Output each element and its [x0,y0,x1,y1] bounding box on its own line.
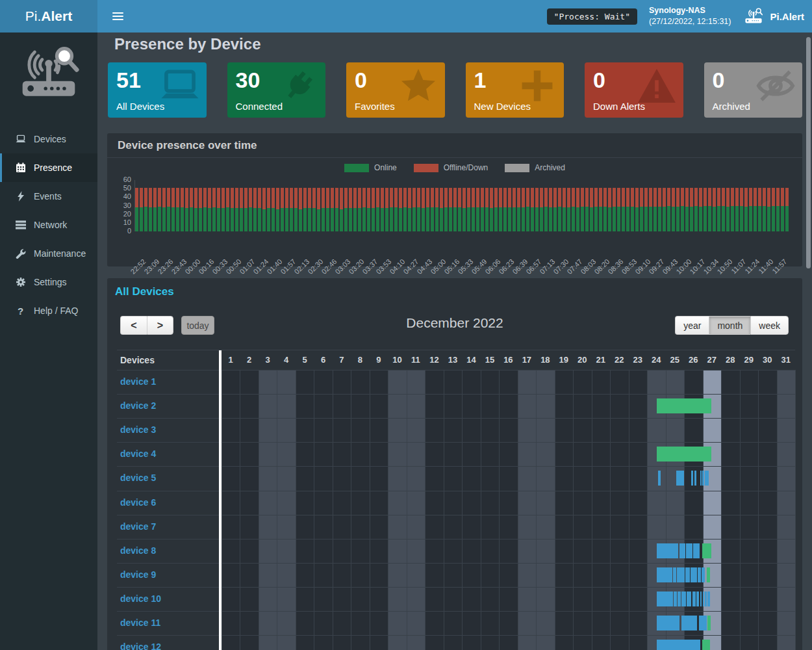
stacked-bar [153,188,157,231]
host-name: Synology-NAS [649,5,731,16]
stacked-bar [362,188,366,231]
stacked-bar [490,188,493,231]
stacked-bar [353,188,357,231]
presence-bar-session[interactable] [699,616,707,630]
stacked-bar [171,188,175,231]
presence-bar-session[interactable] [679,543,686,558]
card-label: Favorites [355,101,395,112]
device-link[interactable]: device 12 [120,642,161,650]
presence-bar-session[interactable] [700,471,702,486]
sidebar-item-network[interactable]: Network [0,211,97,239]
presence-bar-session[interactable] [685,567,690,582]
presence-bar-session[interactable] [681,592,686,606]
presence-bar-session[interactable] [705,471,709,486]
presence-bar-session[interactable] [678,592,681,606]
stacked-bar [472,188,475,231]
presence-bar-session[interactable] [657,543,679,558]
presence-bar-session[interactable] [681,616,697,630]
view-week-button[interactable]: week [750,316,789,335]
stacked-bar [785,188,789,231]
stacked-bar [704,188,707,231]
presence-bar-session[interactable] [703,592,705,606]
card-down-alerts[interactable]: 0Down Alerts [585,62,683,118]
presence-bar-online[interactable] [657,447,711,462]
presence-bar-online[interactable] [657,398,711,413]
card-connected[interactable]: 30Connected [227,62,326,118]
hamburger-icon [112,10,123,22]
stacked-bar [226,188,229,231]
presence-bar-session[interactable] [657,640,700,650]
presence-bar-session[interactable] [657,592,673,606]
sidebar-item-events[interactable]: Events [0,182,97,211]
card-new-devices[interactable]: 1New Devices [466,62,565,118]
device-link[interactable]: device 1 [120,376,156,387]
grid-vline [222,370,222,650]
brand-logo[interactable]: Pi.Alert [0,0,97,32]
sidebar-item-settings[interactable]: Settings [0,268,97,296]
presence-bar-session[interactable] [674,592,677,606]
grid-vline [314,370,314,650]
presence-bar-session[interactable] [657,616,679,630]
sidebar-item-maintenance[interactable]: Maintenance [0,239,97,268]
question-icon: ? [15,306,26,317]
presence-bar-session[interactable] [694,471,696,486]
device-link[interactable]: device 6 [120,497,156,508]
device-link[interactable]: device 11 [120,618,160,628]
sidebar-item-devices[interactable]: Devices [0,125,97,153]
stacked-bar [308,188,311,231]
laptop-icon [160,69,200,103]
device-link[interactable]: device 5 [120,473,156,483]
day-header: 18 [536,355,554,365]
presence-bar-session[interactable] [691,567,697,582]
y-axis-tick: 30 [110,202,131,209]
card-all-devices[interactable]: 51All Devices [108,62,207,118]
presence-bar-session[interactable] [692,592,696,606]
device-link[interactable]: device 4 [120,448,156,459]
stacked-bar [394,188,398,231]
presence-bar-session[interactable] [676,471,684,486]
presence-bar-online[interactable] [707,616,711,630]
stacked-bar [776,188,780,231]
presence-bar-online[interactable] [707,567,710,582]
device-link[interactable]: device 8 [120,545,156,556]
presence-bar-session[interactable] [696,592,699,606]
presence-bar-session[interactable] [657,567,672,582]
stacked-bar [599,188,602,231]
grid-vline [795,370,796,650]
weekend-column [518,370,536,650]
router-scan-logo-icon [18,47,80,104]
sidebar-toggle-button[interactable] [103,0,133,32]
presence-bar-session[interactable] [707,592,711,606]
presence-bar-online[interactable] [702,543,711,558]
device-link[interactable]: device 10 [120,593,161,604]
vertical-scrollbar[interactable] [806,37,811,268]
view-month-button[interactable]: month [709,316,750,335]
stacked-bar [544,188,548,231]
presence-bar-online[interactable] [702,640,710,650]
sidebar-item-help-faq[interactable]: ?Help / FAQ [0,296,97,325]
device-link[interactable]: device 3 [120,424,156,435]
presence-bar-session[interactable] [691,471,693,486]
presence-bar-session[interactable] [705,592,707,606]
presence-bar-session[interactable] [687,592,691,606]
presence-bar-session[interactable] [677,567,685,582]
presence-bar-session[interactable] [698,567,701,582]
presence-bar-session[interactable] [693,543,700,558]
device-link[interactable]: device 9 [120,569,156,580]
y-axis-tick: 0 [110,227,131,235]
presence-bar-session[interactable] [673,567,676,582]
card-favorites[interactable]: 0Favorites [346,62,445,118]
view-year-button[interactable]: year [675,316,709,335]
device-link[interactable]: device 7 [120,521,156,532]
grid-vline [296,370,296,650]
card-archived[interactable]: 0Archived [704,62,803,118]
presence-bar-session[interactable] [658,471,661,486]
presence-bar-session[interactable] [702,567,705,582]
sidebar-item-label: Network [34,220,67,230]
presence-bar-session[interactable] [686,543,692,558]
device-link[interactable]: device 2 [120,400,156,411]
presence-bar-session[interactable] [702,471,704,486]
sidebar-item-presence[interactable]: Presence [0,153,97,182]
presence-bar-session[interactable] [700,592,702,606]
day-header: 7 [333,355,351,365]
